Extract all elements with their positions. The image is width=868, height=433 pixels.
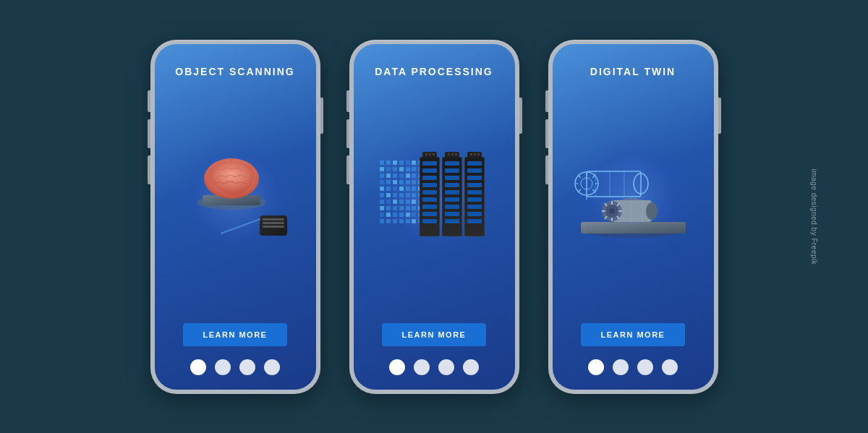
svg-line-3: [221, 219, 260, 233]
phone-bottom-1: LEARN MORE: [183, 323, 288, 390]
learn-more-button-2[interactable]: LEARN MORE: [382, 323, 487, 346]
phone-bottom-2: LEARN MORE: [382, 323, 487, 390]
svg-line-31: [578, 189, 581, 192]
svg-rect-38: [584, 169, 645, 200]
brain-icon: [195, 153, 268, 211]
scan-beam: [221, 215, 264, 237]
dots-row-2: [389, 359, 479, 375]
phone-object-scanning: OBJECT SCANNING: [150, 40, 320, 394]
phone-screen-2: DATA PROCESSING: [354, 44, 515, 390]
dot-1-4: [264, 359, 280, 375]
learn-more-button-3[interactable]: LEARN MORE: [581, 323, 686, 346]
phones-container: OBJECT SCANNING: [150, 40, 718, 394]
dot-1-3: [239, 359, 255, 375]
dot-2-4: [463, 359, 479, 375]
rack-2: [442, 157, 462, 236]
engine-icon: [570, 146, 697, 247]
phone-data-processing: DATA PROCESSING: [349, 40, 519, 394]
phone-screen-1: OBJECT SCANNING: [155, 44, 316, 390]
twin-illustration: [570, 146, 697, 247]
dot-2-1: [389, 359, 405, 375]
phone-illustration-1: [177, 70, 293, 323]
dot-2-3: [438, 359, 454, 375]
phone-bottom-3: LEARN MORE: [581, 323, 686, 390]
svg-point-10: [609, 208, 615, 214]
phone-screen-3: DIGITAL TWIN: [553, 44, 714, 390]
server-racks: [420, 157, 485, 236]
dots-row-1: [190, 359, 280, 375]
brain-illustration: [177, 146, 293, 247]
phone-illustration-3: [570, 70, 697, 323]
dot-3-4: [662, 359, 678, 375]
svg-point-19: [646, 202, 658, 220]
dot-3-1: [588, 359, 604, 375]
phone-illustration-2: [376, 70, 492, 323]
dot-1-2: [215, 359, 231, 375]
dot-1-1: [190, 359, 206, 375]
dot-2-2: [414, 359, 430, 375]
dot-3-2: [613, 359, 629, 375]
rack-1: [420, 157, 440, 236]
server-illustration: [376, 146, 492, 247]
watermark: image designed by Freepik: [810, 168, 818, 265]
svg-line-33: [578, 175, 581, 178]
phone-digital-twin: DIGITAL TWIN: [548, 40, 718, 394]
dot-3-3: [637, 359, 653, 375]
dots-row-3: [588, 359, 678, 375]
rack-3: [464, 157, 485, 236]
learn-more-button-1[interactable]: LEARN MORE: [183, 323, 288, 346]
